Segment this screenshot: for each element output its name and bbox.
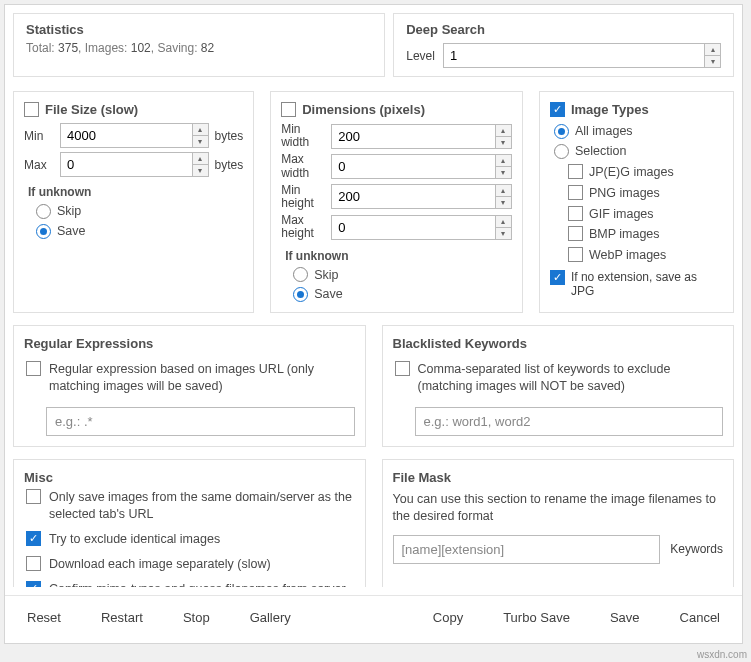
max-bytes-input[interactable] xyxy=(60,152,209,177)
dim-skip-radio[interactable] xyxy=(293,267,308,282)
image-types-checkbox[interactable] xyxy=(550,102,565,117)
level-spinners[interactable]: ▴▾ xyxy=(704,44,720,67)
deep-search-title: Deep Search xyxy=(406,22,721,37)
file-mask-input[interactable] xyxy=(393,535,661,564)
regex-input[interactable] xyxy=(46,407,355,436)
blacklist-title: Blacklisted Keywords xyxy=(393,336,724,351)
min-label: Min xyxy=(24,129,54,143)
dim-save-radio[interactable] xyxy=(293,287,308,302)
level-label: Level xyxy=(406,49,435,63)
blacklist-checkbox[interactable] xyxy=(395,361,410,376)
keywords-link[interactable]: Keywords xyxy=(670,542,723,556)
gallery-button[interactable]: Gallery xyxy=(244,606,297,629)
image-types-title: Image Types xyxy=(571,102,649,117)
separately-checkbox[interactable] xyxy=(26,556,41,571)
regex-panel: Regular Expressions Regular expression b… xyxy=(13,325,366,447)
file-mask-panel: File Mask You can use this section to re… xyxy=(382,459,735,587)
regex-checkbox[interactable] xyxy=(26,361,41,376)
all-images-radio[interactable] xyxy=(554,124,569,139)
level-input[interactable] xyxy=(443,43,721,68)
file-mask-title: File Mask xyxy=(393,470,724,485)
gif-checkbox[interactable] xyxy=(568,206,583,221)
dimensions-panel: Dimensions (pixels) Min width ▴▾ Max wid… xyxy=(270,91,523,313)
blacklist-input[interactable] xyxy=(415,407,724,436)
mime-checkbox[interactable] xyxy=(26,581,41,588)
min-bytes-input[interactable] xyxy=(60,123,209,148)
max-width-input[interactable] xyxy=(331,154,512,179)
regex-title: Regular Expressions xyxy=(24,336,355,351)
max-height-input[interactable] xyxy=(331,215,512,240)
fs-save-radio[interactable] xyxy=(36,224,51,239)
save-button[interactable]: Save xyxy=(604,606,646,629)
misc-title: Misc xyxy=(24,470,355,485)
copy-button[interactable]: Copy xyxy=(427,606,469,629)
deep-search-panel: Deep Search Level ▴▾ xyxy=(393,13,734,77)
fs-skip-radio[interactable] xyxy=(36,204,51,219)
max-label: Max xyxy=(24,158,54,172)
dim-if-unknown-label: If unknown xyxy=(285,249,508,263)
bmp-checkbox[interactable] xyxy=(568,226,583,241)
statistics-panel: Statistics Total: 375, Images: 102, Savi… xyxy=(13,13,385,77)
identical-checkbox[interactable] xyxy=(26,531,41,546)
reset-button[interactable]: Reset xyxy=(21,606,67,629)
credit-text: wsxdn.com xyxy=(697,649,747,660)
file-size-panel: File Size (slow) Min ▴▾ bytes Max ▴▾ byt… xyxy=(13,91,254,313)
selection-radio[interactable] xyxy=(554,144,569,159)
misc-panel: Misc Only save images from the same doma… xyxy=(13,459,366,587)
footer-toolbar: Reset Restart Stop Gallery Copy Turbo Sa… xyxy=(5,595,742,643)
blacklist-panel: Blacklisted Keywords Comma-separated lis… xyxy=(382,325,735,447)
min-width-input[interactable] xyxy=(331,124,512,149)
turbo-save-button[interactable]: Turbo Save xyxy=(497,606,576,629)
noext-jpg-checkbox[interactable] xyxy=(550,270,565,285)
fs-if-unknown-label: If unknown xyxy=(28,185,239,199)
same-domain-checkbox[interactable] xyxy=(26,489,41,504)
statistics-title: Statistics xyxy=(26,22,372,37)
min-height-input[interactable] xyxy=(331,184,512,209)
dimensions-checkbox[interactable] xyxy=(281,102,296,117)
png-checkbox[interactable] xyxy=(568,185,583,200)
webp-checkbox[interactable] xyxy=(568,247,583,262)
image-types-panel: Image Types All images Selection JP(E)G … xyxy=(539,91,734,313)
stop-button[interactable]: Stop xyxy=(177,606,216,629)
file-size-checkbox[interactable] xyxy=(24,102,39,117)
cancel-button[interactable]: Cancel xyxy=(674,606,726,629)
dimensions-title: Dimensions (pixels) xyxy=(302,102,425,117)
jpeg-checkbox[interactable] xyxy=(568,164,583,179)
restart-button[interactable]: Restart xyxy=(95,606,149,629)
file-size-title: File Size (slow) xyxy=(45,102,138,117)
statistics-line: Total: 375, Images: 102, Saving: 82 xyxy=(26,41,372,55)
